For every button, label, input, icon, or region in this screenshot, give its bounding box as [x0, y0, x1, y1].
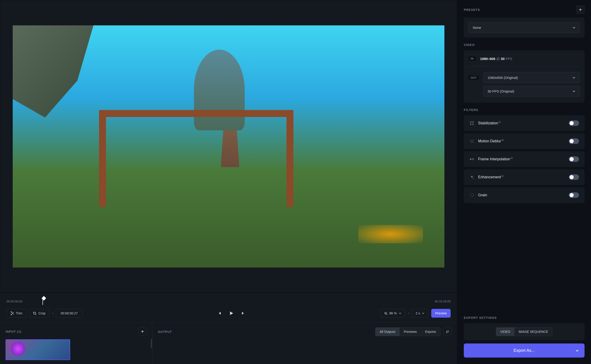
filter-grain: Grain [464, 187, 584, 203]
divider [468, 66, 580, 67]
filter-label: EnhancementAI [478, 175, 504, 179]
output-panel: OUTPUT All Outputs Previews Exports [152, 323, 457, 364]
preset-select[interactable]: None [468, 22, 580, 33]
video-in-info: IN 1080x606 @ 30 FPS [468, 55, 580, 62]
filters-title: FILTERS [464, 108, 478, 112]
divider [408, 313, 409, 314]
chevron-down-icon [422, 312, 425, 315]
current-timecode[interactable]: 00:00:50:27 [56, 309, 83, 318]
step-back-icon [217, 311, 222, 316]
preview-button[interactable]: Preview [431, 309, 451, 318]
filter-motion-deblur: Motion DeblurAI [464, 133, 584, 149]
filter-frame-interpolation: Frame InterpolationAI [464, 151, 584, 167]
output-panel-title: OUTPUT [158, 330, 172, 334]
chevron-down-icon [399, 312, 401, 315]
enhancement-toggle[interactable] [569, 174, 579, 180]
frame-interpolation-toggle[interactable] [569, 156, 579, 162]
filter-label: Motion DeblurAI [478, 139, 504, 143]
stabilization-icon [469, 121, 474, 126]
in-resolution: 1080x606 @ 30 FPS [480, 57, 512, 61]
tab-exports[interactable]: Exports [421, 328, 440, 336]
svg-point-4 [470, 194, 473, 197]
filter-label: Grain [478, 193, 487, 197]
add-input-button[interactable] [138, 327, 146, 336]
crop-button[interactable]: Crop [29, 309, 49, 318]
output-tabs: All Outputs Previews Exports [375, 327, 440, 336]
grain-toggle[interactable] [569, 192, 579, 198]
out-resolution-select[interactable]: 1080x606 (Original) [483, 72, 580, 83]
out-fps-select[interactable]: 30 FPS (Original) [483, 86, 580, 97]
input-panel: INPUT (1) [0, 323, 152, 364]
input-thumbnail[interactable] [6, 339, 70, 360]
filter-label: Frame InterpolationAI [478, 157, 513, 161]
presets-title: PRESETS [464, 8, 480, 12]
input-panel-title: INPUT (1) [6, 330, 21, 333]
zoom-select[interactable]: 86 % [380, 309, 405, 318]
play-button[interactable] [227, 309, 236, 318]
timeline-section: 00:00:00:00 00:19:16:05 Trim Crop 00:00:… [0, 293, 457, 323]
video-preview-container [0, 0, 457, 293]
plus-icon [141, 330, 144, 333]
step-back-button[interactable] [215, 309, 224, 318]
video-section-title: VIDEO [464, 43, 475, 47]
timeline-start-time: 00:00:00:00 [7, 300, 22, 303]
svg-rect-1 [471, 122, 473, 124]
enhancement-icon [469, 175, 474, 180]
chevron-down-icon [572, 26, 576, 29]
plus-icon [578, 8, 582, 12]
in-badge: IN [468, 56, 476, 61]
export-format-tabs: VIDEO IMAGE SEQUENCE [496, 327, 552, 336]
timeline-end-time: 00:19:16:05 [435, 300, 451, 303]
divider [52, 313, 53, 314]
motion-deblur-toggle[interactable] [569, 138, 579, 144]
svg-point-2 [470, 158, 471, 160]
speed-select[interactable]: 2 s [412, 309, 429, 318]
export-as-button[interactable]: Export As... [464, 344, 584, 358]
play-icon [229, 311, 234, 316]
timeline-playhead[interactable] [41, 296, 46, 301]
sort-icon [446, 330, 449, 333]
filter-label: StabilizationAI [478, 121, 501, 125]
scissors-icon [10, 312, 14, 315]
bottom-panels: INPUT (1) OUTPUT All Outputs Previews Ex… [0, 323, 457, 364]
output-sort-button[interactable] [443, 328, 452, 336]
tab-all-outputs[interactable]: All Outputs [375, 328, 399, 336]
export-settings-title: EXPORT SETTINGS [464, 316, 497, 319]
svg-point-3 [472, 158, 474, 160]
tab-export-video[interactable]: VIDEO [496, 328, 515, 336]
filter-stabilization: StabilizationAI [464, 115, 584, 131]
tab-export-image-sequence[interactable]: IMAGE SEQUENCE [514, 328, 552, 336]
chevron-down-icon [572, 90, 576, 93]
frame-interpolation-icon [469, 157, 474, 162]
chevron-down-icon [572, 76, 576, 79]
add-preset-button[interactable] [576, 6, 584, 14]
video-preview[interactable] [13, 25, 445, 267]
panel-resize-handle[interactable] [151, 339, 152, 348]
out-badge: OUT [468, 75, 479, 80]
grain-icon [469, 193, 474, 198]
step-forward-icon [241, 311, 246, 316]
chevron-down-icon [575, 349, 579, 352]
main-area: 00:00:00:00 00:19:16:05 Trim Crop 00:00:… [0, 0, 457, 364]
zoom-icon [384, 312, 388, 315]
motion-deblur-icon [469, 139, 474, 144]
trim-button[interactable]: Trim [7, 309, 26, 318]
tab-previews[interactable]: Previews [400, 328, 421, 336]
settings-sidebar: PRESETS None VIDEO IN 1080x606 @ 30 [457, 0, 591, 364]
step-forward-button[interactable] [239, 309, 248, 318]
stabilization-toggle[interactable] [569, 120, 579, 126]
timeline-track[interactable] [26, 298, 431, 305]
filter-enhancement: EnhancementAI [464, 169, 584, 185]
crop-icon [33, 312, 36, 315]
